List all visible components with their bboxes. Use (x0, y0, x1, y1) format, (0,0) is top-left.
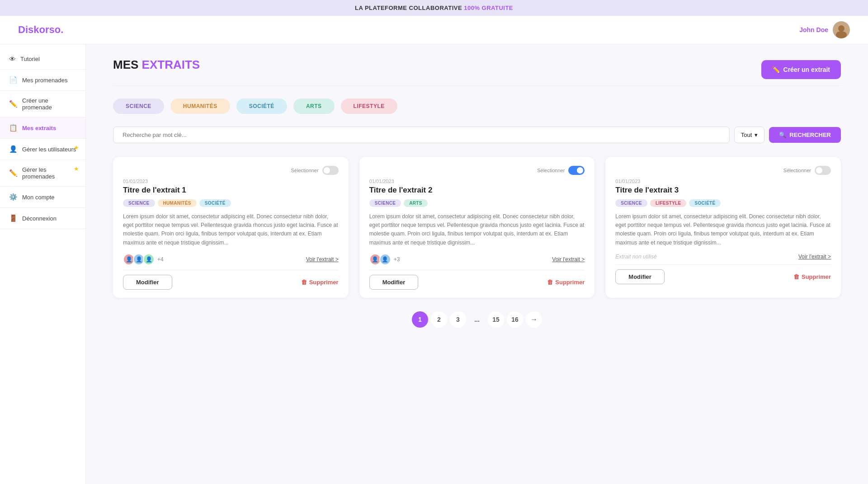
username: John Doe (799, 26, 828, 33)
card-1-modifier-button[interactable]: Modifier (123, 275, 172, 290)
chevron-down-icon: ▾ (755, 132, 758, 138)
banner-highlight: 100% GRATUITE (464, 5, 513, 11)
create-extrait-button[interactable]: ✏️ Créer un extrait (761, 60, 841, 79)
page-btn-16[interactable]: 16 (507, 311, 523, 328)
sidebar-item-gerer-utilisateurs[interactable]: 👤 Gérer les utilisateurs ★ (0, 139, 85, 160)
card-3-tag-lifestyle: LIFESTYLE (650, 199, 687, 207)
main-content: MES EXTRAITS ✏️ Créer un extrait SCIENCE… (86, 44, 868, 484)
page-btn-1[interactable]: 1 (412, 311, 428, 328)
card-3-tags: SCIENCE LIFESTYLE SOCIÉTÉ (615, 199, 831, 207)
logout-icon: 🚪 (9, 214, 18, 222)
card-3-divider (615, 264, 831, 265)
sidebar-item-tutoriel[interactable]: 👁 Tutoriel (0, 49, 85, 70)
card-2-date: 01/01/2023 (369, 179, 585, 184)
page-btn-15[interactable]: 15 (488, 311, 504, 328)
card-3-selector-label: Sélectionner (783, 168, 811, 173)
page-btn-ellipsis: ... (469, 311, 485, 328)
eye-icon: 👁 (9, 55, 16, 63)
card-1: Sélectionner 01/01/2023 Titre de l'extra… (113, 157, 349, 298)
sidebar-item-gerer-promenades[interactable]: ✏️ Gérer les promenades ★ (0, 160, 85, 187)
card-1-count: +4 (157, 256, 164, 263)
card-1-avatars: 👤 👤 👤 (123, 254, 155, 265)
sidebar-item-mes-promenades[interactable]: 📄 Mes promenades (0, 70, 85, 91)
card-3-footer-top: Extrait non utilisé Voir l'extrait > (615, 254, 831, 260)
card-1-supprimer-button[interactable]: 🗑 Supprimer (301, 279, 339, 286)
search-dropdown[interactable]: Tout ▾ (734, 127, 765, 143)
card-1-footer-top: 👤 👤 👤 +4 Voir l'extrait > (123, 254, 339, 265)
search-input[interactable] (120, 127, 723, 143)
card-2-avatars: 👤 👤 (369, 254, 391, 265)
page-next-arrow[interactable]: → (526, 311, 542, 328)
pill-societe[interactable]: SOCIÉTÉ (236, 99, 287, 114)
sidebar-item-deconnexion[interactable]: 🚪 Déconnexion (0, 208, 85, 229)
user-info[interactable]: John Doe (799, 21, 850, 38)
trash3-icon: 🗑 (793, 273, 799, 280)
title-row: MES EXTRAITS ✏️ Créer un extrait (113, 58, 841, 81)
card-3-toggle[interactable] (815, 166, 831, 175)
user-icon: 👤 (9, 145, 18, 153)
card-2-voir-link[interactable]: Voir l'extrait > (552, 256, 585, 263)
card-2-body: Lorem ipsum dolor sit amet, consectetur … (369, 212, 585, 247)
logo: Diskorso. (18, 24, 63, 36)
create-icon: ✏️ (772, 66, 780, 73)
pill-lifestyle[interactable]: LIFESTYLE (341, 99, 397, 114)
pill-science[interactable]: SCIENCE (113, 99, 164, 114)
search-bar: Tout ▾ 🔍 RECHERCHER (113, 127, 841, 143)
search-input-wrap (113, 127, 730, 143)
card-3-tag-societe: SOCIÉTÉ (689, 199, 721, 207)
sidebar: 👁 Tutoriel 📄 Mes promenades ✏️ Créer une… (0, 44, 86, 484)
card-2-modifier-button[interactable]: Modifier (369, 275, 419, 290)
trash-icon: 🗑 (301, 279, 307, 286)
search-icon: 🔍 (779, 132, 786, 138)
layout: 👁 Tutoriel 📄 Mes promenades ✏️ Créer une… (0, 44, 868, 484)
title-divider (113, 85, 841, 86)
card-1-tags: SCIENCE HUMANITÉS SOCIÉTÉ (123, 199, 339, 207)
svg-point-1 (838, 25, 844, 32)
card-2-actions: Modifier 🗑 Supprimer (369, 275, 585, 290)
card-1-voir-link[interactable]: Voir l'extrait > (306, 256, 339, 263)
page-title: MES EXTRAITS (113, 58, 200, 72)
card-3-date: 01/01/2023 (615, 179, 831, 184)
sidebar-item-creer-promenade[interactable]: ✏️ Créer une promenade (0, 91, 85, 117)
card-3-tag-science: SCIENCE (615, 199, 647, 207)
card-3-modifier-button[interactable]: Modifier (615, 269, 665, 284)
card-1-tag-societe: SOCIÉTÉ (199, 199, 231, 207)
pencil-icon: ✏️ (9, 100, 18, 108)
category-pills: SCIENCE HUMANITÉS SOCIÉTÉ ARTS LIFESTYLE (113, 99, 841, 114)
card-3-supprimer-button[interactable]: 🗑 Supprimer (793, 273, 831, 280)
card-3-title: Titre de l'extrait 3 (615, 186, 831, 195)
pill-arts[interactable]: ARTS (293, 99, 335, 114)
card-2-selector-label: Sélectionner (537, 168, 565, 173)
card-3-body: Lorem ipsum dolor sit amet, consectetur … (615, 212, 831, 247)
clipboard-icon: 📋 (9, 124, 18, 132)
card-3-selector-row: Sélectionner (615, 166, 831, 175)
avatar-1c: 👤 (143, 254, 155, 265)
card-1-title: Titre de l'extrait 1 (123, 186, 339, 195)
sidebar-item-mon-compte[interactable]: ⚙️ Mon compte (0, 187, 85, 208)
page-btn-3[interactable]: 3 (450, 311, 466, 328)
card-2-toggle[interactable] (568, 166, 585, 175)
card-2-supprimer-button[interactable]: 🗑 Supprimer (547, 279, 585, 286)
card-3-voir-link[interactable]: Voir l'extrait > (798, 254, 831, 260)
card-2-title: Titre de l'extrait 2 (369, 186, 585, 195)
star2-icon: ★ (74, 165, 79, 172)
avatar (833, 21, 850, 38)
star-icon: ★ (74, 144, 79, 151)
card-1-toggle[interactable] (322, 166, 339, 175)
card-2-selector-row: Sélectionner (369, 166, 585, 175)
page-btn-2[interactable]: 2 (431, 311, 447, 328)
card-1-tag-humanites: HUMANITÉS (158, 199, 197, 207)
dropdown-value: Tout (741, 132, 752, 138)
card-3-actions: Modifier 🗑 Supprimer (615, 269, 831, 284)
card-1-actions: Modifier 🗑 Supprimer (123, 275, 339, 290)
trash2-icon: 🗑 (547, 279, 553, 286)
card-1-selector-label: Sélectionner (291, 168, 319, 173)
pill-humanites[interactable]: HUMANITÉS (170, 99, 230, 114)
search-button[interactable]: 🔍 RECHERCHER (769, 127, 841, 143)
banner-text: LA PLATEFORME COLLABORATIVE (355, 5, 464, 11)
card-2-tags: SCIENCE ARTS (369, 199, 585, 207)
sidebar-item-mes-extraits[interactable]: 📋 Mes extraits (0, 117, 85, 139)
card-1-divider (123, 270, 339, 270)
gear-icon: ⚙️ (9, 193, 18, 201)
top-banner: LA PLATEFORME COLLABORATIVE 100% GRATUIT… (0, 0, 868, 16)
